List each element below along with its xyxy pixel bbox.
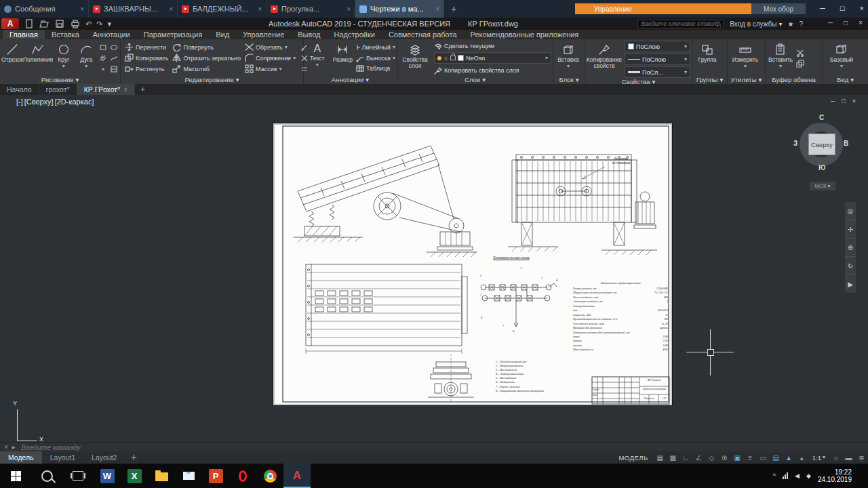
match-properties-button[interactable]: Копирование свойств	[587, 41, 622, 78]
favorites-icon[interactable]: ★	[787, 20, 793, 28]
tab-close-icon[interactable]: ×	[258, 5, 262, 13]
taskbar-mail[interactable]	[175, 464, 202, 488]
open-file-icon[interactable]	[39, 18, 50, 29]
annotation-scale-control[interactable]: 1:1 ▾	[808, 451, 829, 464]
browser-tab[interactable]: Чертежи в ма... ×	[355, 0, 444, 18]
pan-icon[interactable]: ✛	[845, 220, 856, 239]
security-icon[interactable]: ◆	[806, 472, 811, 479]
specs-table[interactable]: Размер решетки, мм1250х3000Ширина щели м…	[573, 287, 668, 352]
status-toggle[interactable]: ∟	[679, 451, 692, 464]
ribbon-tab[interactable]: Параметризация	[137, 30, 209, 39]
dimension-tool[interactable]: Размер	[331, 41, 355, 75]
viewport-view-control[interactable]: [Сверху]	[24, 98, 54, 106]
linear-dropdown-icon[interactable]: ▾	[393, 45, 395, 50]
circle-tool[interactable]: Круг ▾	[53, 41, 74, 75]
array-dropdown-icon[interactable]: ▾	[279, 66, 281, 72]
ellipse-tool-icon[interactable]	[109, 43, 119, 52]
tab-close-icon[interactable]: ×	[80, 5, 84, 13]
layer-lock-icon[interactable]	[450, 56, 456, 60]
lineweight-dropdown[interactable]: ПоСл... ▾	[625, 66, 690, 78]
tray-expand-icon[interactable]: ^	[773, 472, 776, 479]
point-tool-icon[interactable]	[98, 64, 108, 74]
doc-minimize-button[interactable]: ─	[831, 98, 835, 104]
copy-layer-props-button[interactable]: Копировать свойства слоя	[434, 66, 551, 75]
show-motion-icon[interactable]: ▶	[845, 275, 856, 293]
network-icon[interactable]	[783, 472, 788, 479]
panel-label-groups[interactable]: Группы ▾	[692, 75, 727, 84]
table-tool[interactable]: Таблица	[356, 64, 395, 73]
text-dropdown-icon[interactable]: ▾	[316, 62, 319, 68]
new-drawing-button[interactable]: +	[135, 84, 151, 95]
minimize-button[interactable]: ─	[820, 4, 825, 12]
group-button[interactable]: Группа	[694, 41, 721, 75]
redo-icon[interactable]: ↷	[96, 20, 102, 27]
taskbar-autocad[interactable]: A	[283, 464, 311, 488]
scale-tool[interactable]: Масштаб	[172, 64, 241, 73]
doc-restore-button[interactable]: □	[842, 98, 845, 104]
status-toggle[interactable]: ▭	[757, 451, 770, 464]
leader-tool[interactable]: Выноска ▾	[356, 54, 395, 62]
mirror-tool[interactable]: Отразить зеркально	[172, 54, 241, 62]
insert-dropdown-icon[interactable]: ▾	[567, 64, 570, 69]
polyline-tool[interactable]: Полилиния	[24, 41, 52, 75]
tab-close-icon[interactable]: ×	[435, 5, 439, 13]
layer-dropdown-icon[interactable]: ▾	[545, 56, 548, 61]
new-file-icon[interactable]	[24, 18, 34, 29]
command-input[interactable]	[20, 443, 864, 452]
file-tab[interactable]: КР ГРохот* ×	[77, 84, 135, 95]
volume-icon[interactable]: ◀	[795, 472, 800, 479]
ribbon-tab[interactable]: Вывод	[291, 30, 327, 39]
undo-icon[interactable]: ↶	[85, 20, 92, 27]
viewcube-face-top[interactable]: Сверху	[808, 134, 835, 155]
ribbon-tab[interactable]: Надстройки	[328, 30, 382, 39]
taskbar-chrome[interactable]	[256, 464, 283, 488]
ribbon-tab[interactable]: Главная	[3, 30, 45, 39]
arc-dropdown-icon[interactable]: ▾	[85, 64, 87, 69]
workspace-switching-icon[interactable]: ☼	[829, 451, 842, 464]
file-tab-close-icon[interactable]: ×	[123, 86, 127, 94]
maximize-button[interactable]: □	[840, 4, 845, 12]
vibrator-detail[interactable]	[428, 354, 474, 401]
taskbar-opera[interactable]	[229, 464, 256, 488]
viewcube-south[interactable]: Ю	[818, 164, 825, 171]
panel-label-draw[interactable]: Рисование ▾	[0, 75, 120, 84]
acad-close-button[interactable]: ×	[859, 19, 863, 26]
taskbar-excel[interactable]: X	[121, 464, 148, 488]
task-view-button[interactable]	[62, 464, 94, 488]
trim-tool[interactable]: Обрезать ▾	[245, 43, 296, 52]
new-tab-button[interactable]: +	[444, 0, 463, 18]
measure-button[interactable]: Измерить ▾	[729, 41, 762, 75]
taskbar-search-button[interactable]	[31, 464, 62, 488]
panel-label-view[interactable]: Вид ▾	[823, 75, 868, 84]
line-tool[interactable]: Отрезок	[1, 41, 23, 75]
note-grate[interactable]: Решетка не показана	[600, 157, 642, 165]
color-dropdown[interactable]: ПоСлою ▾	[625, 41, 690, 52]
ribbon-tab[interactable]: Рекомендованные приложения	[464, 30, 586, 39]
qa-dropdown-icon[interactable]: ▾	[107, 20, 111, 27]
status-toggle[interactable]: ≡	[744, 451, 757, 464]
base-view-button[interactable]: Базовый ▾	[824, 41, 859, 75]
layer-color-swatch[interactable]	[458, 55, 464, 61]
tab-close-icon[interactable]: ×	[169, 5, 173, 13]
acad-minimize-button[interactable]: ─	[828, 19, 833, 26]
ribbon-tab[interactable]: Управление	[236, 30, 291, 39]
new-layout-button[interactable]: +	[125, 451, 142, 464]
view-side-elevation[interactable]	[294, 146, 477, 257]
layout-tab[interactable]: Layout2	[83, 451, 125, 464]
insert-block-button[interactable]: Вставка ▾	[555, 41, 582, 75]
copy-tool[interactable]: Копировать	[125, 54, 168, 62]
panel-label-layers[interactable]: Слои ▾	[397, 75, 553, 84]
status-toggle[interactable]: ▣	[731, 451, 744, 464]
viewport-menu-control[interactable]: [-]	[16, 98, 23, 106]
measure-dropdown-icon[interactable]: ▾	[744, 64, 747, 69]
parts-list[interactable]: 1 – Промежуточный вал2 – Вибровозбудител…	[496, 360, 584, 393]
base-view-dropdown-icon[interactable]: ▾	[840, 64, 843, 69]
viewcube[interactable]: С В Ю З Сверху	[792, 115, 850, 174]
status-toggle[interactable]: ⊕	[718, 451, 731, 464]
coordinate-system-menu[interactable]: МСК ▾	[810, 182, 835, 190]
cmd-close-icon[interactable]: ×	[4, 443, 8, 451]
circle-dropdown-icon[interactable]: ▾	[62, 64, 65, 69]
close-button[interactable]: ×	[860, 4, 864, 12]
viewcube-north[interactable]: С	[819, 114, 824, 121]
view-plan[interactable]	[306, 264, 467, 354]
